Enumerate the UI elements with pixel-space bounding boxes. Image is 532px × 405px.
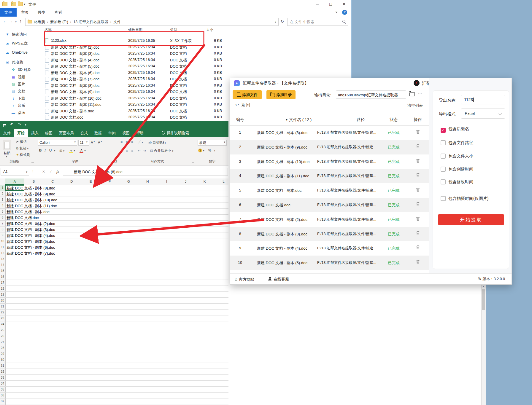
row-header-16[interactable]: 16 [0,274,5,280]
clipboard-dialog-launcher[interactable] [31,160,34,162]
row-header-34[interactable]: 34 [0,381,5,387]
breadcrumb-item[interactable]: 此电脑 [34,20,45,24]
file-row[interactable]: 1123.xlsx2025/7/25 16:35XLSX 工作表6 KB [42,38,306,44]
checkbox-checked-icon[interactable]: ✓ [441,128,446,133]
column-header-K[interactable]: K [195,178,214,185]
corner-cell[interactable] [0,178,5,185]
sidebar-item-下载[interactable]: ↓下载 [11,96,25,102]
delete-row-icon[interactable] [414,245,421,251]
row-header-36[interactable]: 36 [0,393,5,398]
breadcrumb-item[interactable]: 文件 [113,20,121,24]
table-row[interactable]: 5新建 DOC 文档 - 副本.docF:/13.汇帮文件名提取器/文件/新建.… [230,183,429,198]
excel-grid[interactable] [5,185,228,405]
percent-format-icon[interactable]: % [208,149,211,152]
align-top-icon[interactable]: ≡ [120,140,122,144]
update-icon[interactable]: ↻ [478,277,481,281]
column-name[interactable]: 名称 [45,27,52,32]
cancel-icon[interactable]: ✕ [42,170,45,174]
align-center-icon[interactable]: ≡ [126,149,128,153]
excel-tab-文件[interactable]: 文件 [0,129,14,137]
breadcrumb[interactable]: 此电脑›新加卷 (F:)›13.汇帮文件名提取器›文件 [34,20,121,25]
delete-row-icon[interactable] [414,130,421,135]
option-包含后缀名[interactable]: ✓包含后缀名 [441,126,469,132]
collapse-ribbon-icon[interactable]: ∨ [335,10,338,14]
add-folder-button[interactable]: 添加目录 [266,90,296,99]
option-包含创建时间[interactable]: 包含创建时间 [441,167,473,173]
delete-row-icon[interactable] [414,187,421,193]
insert-function-icon[interactable]: fx [56,170,59,174]
option-包含拍摄时间(仅图片)[interactable]: 包含拍摄时间(仅图片) [441,196,488,202]
row-header-6[interactable]: 6 [0,215,5,221]
row-header-7[interactable]: 7 [0,221,5,227]
copy-button[interactable]: ⧉ 复制 ▾ [16,146,28,151]
back-icon[interactable]: ← [3,19,7,23]
row-header-15[interactable]: 15 [0,268,5,274]
cell-A4[interactable]: 新建 DOC 文档 - 副本 (11).doc [7,204,57,209]
column-header-C[interactable]: C [43,178,62,185]
delete-row-icon[interactable] [414,231,421,236]
table-row[interactable]: 8新建 DOC 文档 - 副本 (3).docF:/13.汇帮文件名提取器/文件… [230,227,429,241]
output-dir-input[interactable]: ang168/Desktop/汇帮文件名提取器 [336,90,406,99]
row-header-29[interactable]: 29 [0,351,5,357]
column-header-J[interactable]: J [176,178,195,185]
row-header-3[interactable]: 3 [0,197,5,203]
start-extract-button[interactable]: 开始提取 [438,214,504,225]
delete-row-icon[interactable] [414,173,421,178]
excel-tab-绘图[interactable]: 绘图 [42,129,56,137]
minimize-button[interactable]: ─ [311,0,324,8]
breadcrumb-item[interactable]: 新加卷 (F:) [50,20,68,24]
table-row[interactable]: 7新建 DOC 文档 - 副本 (2).docF:/13.汇帮文件名提取器/文件… [230,212,429,227]
scroll-up-icon[interactable]: ▲ [482,285,485,288]
row-header-13[interactable]: 13 [0,256,5,262]
refresh-icon[interactable]: ↻ [281,19,284,24]
sidebar-item-快速访问[interactable]: ✶快速访问 [5,32,27,38]
table-row[interactable]: 1新建 DOC 文档 - 副本 (8).docF:/13.汇帮文件名提取器/文件… [230,125,429,140]
explorer-tab-共享[interactable]: 共享 [33,8,50,17]
orientation-icon[interactable]: ⟋ ▾ [138,140,143,144]
sidebar-item-此电脑[interactable]: ▣此电脑 [5,60,23,66]
accounting-format-icon[interactable]: $ ▾ [198,149,204,152]
save-icon[interactable] [3,123,6,127]
cell-A9[interactable]: 新建 DOC 文档 - 副本 (4).doc [7,233,55,238]
search-box[interactable]: 在 文件 中搜索 [287,18,348,26]
delete-row-icon[interactable] [414,159,421,164]
qat-dropdown-icon[interactable]: ▾ [24,2,26,6]
row-header-1[interactable]: 1 [0,185,5,191]
row-header-28[interactable]: 28 [0,345,5,351]
row-header-9[interactable]: 9 [0,232,5,238]
grow-font-icon[interactable]: A▲ [91,140,95,144]
row-header-24[interactable]: 24 [0,321,5,327]
row-header-30[interactable]: 30 [0,357,5,363]
align-left-icon[interactable]: ≡ [120,149,122,153]
column-size[interactable]: 大小 [206,27,213,32]
checkbox-icon[interactable] [441,154,446,159]
font-dialog-launcher[interactable] [114,160,117,162]
redo-icon[interactable]: ↷ [18,122,21,127]
cell-A3[interactable]: 新建 DOC 文档 - 副本 (10).doc [7,198,57,203]
align-bottom-icon[interactable]: ≡ [131,140,133,144]
number-format-combo[interactable]: 常规▾ [198,140,227,146]
column-date[interactable]: 修改日期 [128,27,142,32]
file-row[interactable]: 新建 DOC 文档 - 副本 (5).doc2025/7/25 16:34DOC… [42,63,306,70]
explorer-tab-文件[interactable]: 文件 [0,8,17,17]
qat-dropdown-icon[interactable]: ▾ [25,123,26,126]
font-color-icon[interactable]: A ▾ [80,149,86,153]
comma-format-icon[interactable]: , [214,148,215,152]
checkbox-icon[interactable] [441,179,446,184]
underline-icon[interactable]: U [49,149,52,152]
paste-dropdown-icon[interactable]: ▾ [6,155,7,158]
column-header-E[interactable]: E [81,178,100,185]
header-filename[interactable]: ▼文件名 ( 12 ) [278,117,319,122]
checkbox-icon[interactable] [441,196,446,201]
export-format-select[interactable]: Excel [461,109,505,119]
font-size-combo[interactable]: 11▾ [78,140,89,146]
table-row[interactable]: 3新建 DOC 文档 - 副本 (10).docF:/13.汇帮文件名提取器/文… [230,154,429,169]
excel-tab-页面布局[interactable]: 页面布局 [56,129,77,137]
column-type[interactable]: 类型 [170,27,177,32]
delete-row-icon[interactable] [414,202,421,207]
clear-list-button[interactable]: 清空列表 [407,103,423,108]
italic-icon[interactable]: I [45,149,46,152]
column-header-A[interactable]: A [5,178,24,185]
underline-dropdown-icon[interactable]: ▾ [54,149,55,152]
enter-icon[interactable]: ✓ [49,170,52,174]
